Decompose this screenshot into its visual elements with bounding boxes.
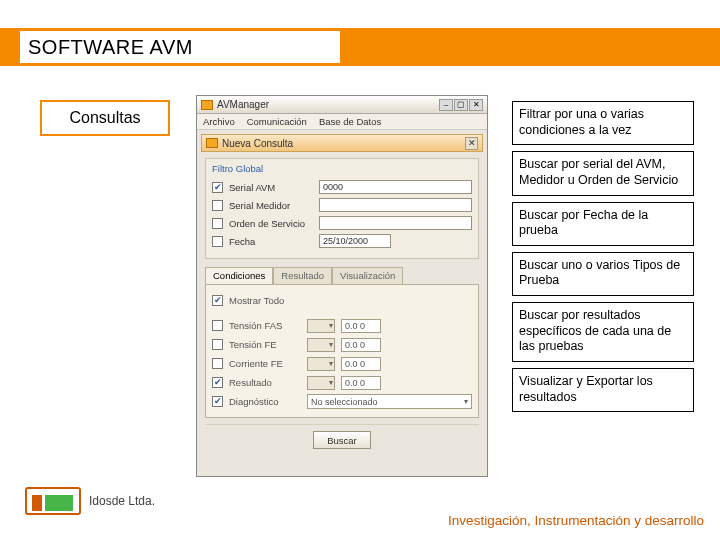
label-mostrar-todo: Mostrar Todo bbox=[229, 295, 284, 306]
op-select[interactable] bbox=[307, 357, 335, 371]
label-corriente-fe: Corriente FE bbox=[229, 358, 301, 369]
value-field[interactable]: 0.0 0 bbox=[341, 319, 381, 333]
input-serial-medidor[interactable] bbox=[319, 198, 472, 212]
value-field[interactable]: 0.0 0 bbox=[341, 357, 381, 371]
checkbox-tension-fas[interactable] bbox=[212, 320, 223, 331]
note-item: Buscar por serial del AVM, Medidor u Ord… bbox=[512, 151, 694, 195]
note-item: Visualizar y Exportar los resultados bbox=[512, 368, 694, 412]
panel-close-button[interactable]: ✕ bbox=[465, 137, 478, 150]
consultas-box: Consultas bbox=[40, 100, 170, 136]
checkbox-serial-avm[interactable] bbox=[212, 182, 223, 193]
window-title: AVManager bbox=[217, 99, 435, 110]
tab-visualizacion[interactable]: Visualización bbox=[332, 267, 403, 284]
label-resultado: Resultado bbox=[229, 377, 301, 388]
brand-name: Idosde Ltda. bbox=[89, 494, 155, 508]
feature-notes: Filtrar por una o varias condiciones a l… bbox=[512, 101, 694, 418]
checkbox-orden-servicio[interactable] bbox=[212, 218, 223, 229]
logo-icon bbox=[25, 487, 81, 515]
menu-item-archivo[interactable]: Archivo bbox=[203, 116, 235, 127]
label-fecha: Fecha bbox=[229, 236, 313, 247]
note-item: Buscar uno o varios Tipos de Prueba bbox=[512, 252, 694, 296]
op-select[interactable] bbox=[307, 338, 335, 352]
page-title: SOFTWARE AVM bbox=[20, 31, 340, 63]
titlebar[interactable]: AVManager – ▢ ✕ bbox=[197, 96, 487, 114]
folder-icon bbox=[206, 138, 218, 148]
tabs: Condiciones Resultado Visualización bbox=[205, 267, 479, 284]
tab-resultado[interactable]: Resultado bbox=[273, 267, 332, 284]
button-row: Buscar bbox=[205, 424, 479, 457]
label-diagnostico: Diagnóstico bbox=[229, 396, 301, 407]
note-item: Buscar por resultados específicos de cad… bbox=[512, 302, 694, 362]
input-serial-avm[interactable]: 0000 bbox=[319, 180, 472, 194]
folder-icon bbox=[201, 100, 213, 110]
label-orden-servicio: Orden de Servicio bbox=[229, 218, 313, 229]
note-item: Filtrar por una o varias condiciones a l… bbox=[512, 101, 694, 145]
tab-condiciones[interactable]: Condiciones bbox=[205, 267, 273, 284]
diagnostico-select[interactable]: No seleccionado bbox=[307, 394, 472, 409]
panel-title: Nueva Consulta ✕ bbox=[201, 134, 483, 152]
filter-group-title: Filtro Global bbox=[212, 163, 472, 174]
label-tension-fas: Tensión FAS bbox=[229, 320, 301, 331]
tab-body: Mostrar Todo Tensión FAS 0.0 0 Tensión F… bbox=[205, 284, 479, 418]
op-select[interactable] bbox=[307, 376, 335, 390]
checkbox-serial-medidor[interactable] bbox=[212, 200, 223, 211]
checkbox-diagnostico[interactable] bbox=[212, 396, 223, 407]
menu-item-comunicacion[interactable]: Comunicación bbox=[247, 116, 307, 127]
panel-title-text: Nueva Consulta bbox=[222, 138, 293, 149]
brand: Idosde Ltda. bbox=[25, 487, 155, 515]
minimize-button[interactable]: – bbox=[439, 99, 453, 111]
filter-group: Filtro Global Serial AVM 0000 Serial Med… bbox=[205, 158, 479, 259]
buscar-button[interactable]: Buscar bbox=[313, 431, 371, 449]
label-serial-medidor: Serial Medidor bbox=[229, 200, 313, 211]
checkbox-tension-fe[interactable] bbox=[212, 339, 223, 350]
note-item: Buscar por Fecha de la prueba bbox=[512, 202, 694, 246]
checkbox-corriente-fe[interactable] bbox=[212, 358, 223, 369]
checkbox-mostrar-todo[interactable] bbox=[212, 295, 223, 306]
label-tension-fe: Tensión FE bbox=[229, 339, 301, 350]
checkbox-fecha[interactable] bbox=[212, 236, 223, 247]
label-serial-avm: Serial AVM bbox=[229, 182, 313, 193]
op-select[interactable] bbox=[307, 319, 335, 333]
close-button[interactable]: ✕ bbox=[469, 99, 483, 111]
input-fecha[interactable]: 25/10/2000 bbox=[319, 234, 391, 248]
menu-item-basedatos[interactable]: Base de Datos bbox=[319, 116, 381, 127]
footer-tagline: Investigación, Instrumentación y desarro… bbox=[448, 513, 704, 528]
value-field[interactable]: 0.0 0 bbox=[341, 376, 381, 390]
menubar: Archivo Comunicación Base de Datos bbox=[197, 114, 487, 130]
maximize-button[interactable]: ▢ bbox=[454, 99, 468, 111]
checkbox-resultado[interactable] bbox=[212, 377, 223, 388]
value-field[interactable]: 0.0 0 bbox=[341, 338, 381, 352]
input-orden-servicio[interactable] bbox=[319, 216, 472, 230]
app-window: AVManager – ▢ ✕ Archivo Comunicación Bas… bbox=[196, 95, 488, 477]
